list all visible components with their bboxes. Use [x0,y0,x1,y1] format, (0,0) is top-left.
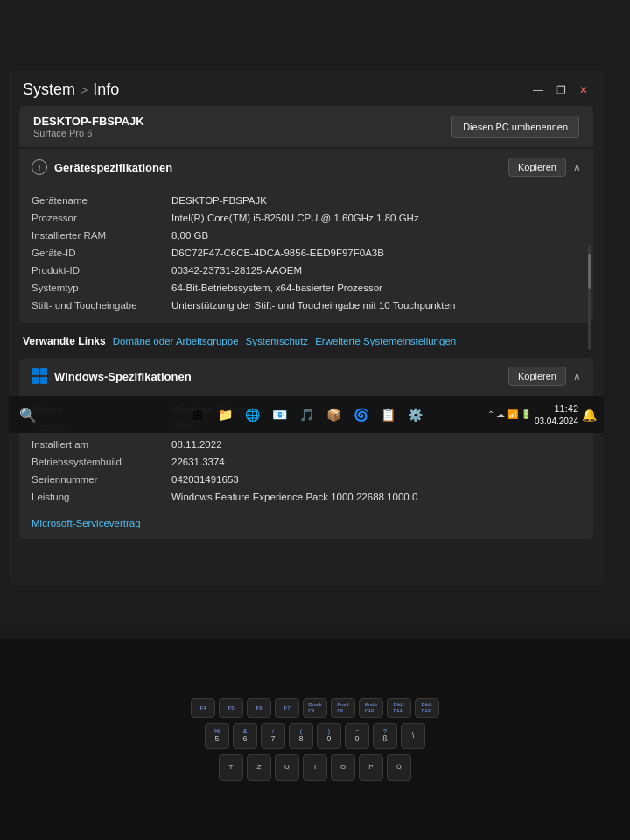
taskbar-explorer-icon[interactable]: 📁 [213,402,237,427]
key-i[interactable]: I [303,754,327,780]
windows-copy-button[interactable]: Kopieren [508,367,566,386]
geraete-section: i Gerätespezifikationen Kopieren ∧ Gerät… [19,149,593,323]
device-model: Surface Pro 6 [33,128,144,138]
geraete-spec-row: Systemtyp64-Bit-Betriebssystem, x64-basi… [32,279,581,297]
taskbar-teams-icon[interactable]: 🌀 [348,402,373,427]
geraete-spec-row: Geräte-IDD6C72F47-C6CB-4DCA-9856-EED9F97… [32,244,581,262]
key-f9[interactable]: Pos1F9 [331,698,355,718]
key-f6[interactable]: F6 [247,698,271,718]
geraete-spec-value: Intel(R) Core(TM) i5-8250U CPU @ 1.60GHz… [172,213,581,223]
windows-chevron-icon[interactable]: ∧ [573,370,581,382]
key-u[interactable]: U [275,754,299,780]
related-label: Verwandte Links [23,335,106,347]
breadcrumb-system: System [23,80,75,99]
keyboard-fn-row: F4 F5 F6 F7 DruckF8 Pos1F9 EndeF10 Bild↑… [191,698,439,718]
title-bar: System > Info — ❐ ✕ [9,70,604,106]
windows-spec-value: 042031491653 [172,474,581,485]
windows-section: Windows-Spezifikationen Kopieren ∧ Editi… [19,358,593,539]
geraete-spec-value: D6C72F47-C6CB-4DCA-9856-EED9F97F0A3B [172,248,581,258]
key-f11[interactable]: Bild↑F11 [387,698,411,718]
windows-spec-row: Betriebssystembuild22631.3374 [32,453,581,471]
minimize-button[interactable]: — [532,84,544,96]
keyboard: F4 F5 F6 F7 DruckF8 Pos1F9 EndeF10 Bild↑… [0,639,630,840]
taskbar-mail-icon[interactable]: 📧 [267,402,291,427]
taskbar-left: 🔍 [16,402,40,427]
related-link-erweitert[interactable]: Erweiterte Systemeinstellungen [315,336,456,346]
clock-date: 03.04.2024 [535,416,578,427]
key-f12[interactable]: Bild↓F12 [415,698,439,718]
windows-app: System > Info — ❐ ✕ DESKTOP-FBSPAJK Surf… [9,70,604,586]
taskbar-center: ⊞ 📁 🌐 📧 🎵 📦 🌀 📋 ⚙️ [186,402,427,427]
geraete-spec-label: Installierter RAM [32,230,172,241]
notification-icon[interactable]: 🔔 [582,408,597,422]
window-controls: — ❐ ✕ [532,84,590,96]
geraete-chevron-icon[interactable]: ∧ [573,161,581,173]
geraete-copy-button[interactable]: Kopieren [508,158,566,177]
key-backslash[interactable]: \ [401,723,425,749]
restore-button[interactable]: ❐ [555,84,567,96]
windows-spec-label: Seriennummer [32,474,172,485]
geraete-spec-row: Produkt-ID00342-23731-28125-AAOEM [32,262,581,279]
key-equals[interactable]: =0 [345,723,369,749]
windows-spec-label: Leistung [32,492,172,502]
key-f5[interactable]: F5 [219,698,243,718]
laptop-screen: System > Info — ❐ ✕ DESKTOP-FBSPAJK Surf… [0,0,630,630]
geraete-spec-label: Geräte-ID [32,248,172,258]
geraete-header-right: Kopieren ∧ [508,158,581,177]
device-name: DESKTOP-FBSPAJK [33,115,144,128]
close-button[interactable]: ✕ [578,84,590,96]
taskbar-outlook-icon[interactable]: 📋 [375,402,400,427]
taskbar-edge-icon[interactable]: 🌐 [240,402,264,427]
key-percent[interactable]: %5 [205,723,229,749]
info-icon: i [32,159,47,175]
microsoft-service-link[interactable]: Microsoft-Servicevertrag [32,518,141,528]
geraete-spec-value: DESKTOP-FBSPAJK [172,195,581,206]
breadcrumb-info: Info [93,80,119,99]
taskbar-store-icon[interactable]: 📦 [321,402,346,427]
taskbar-settings-icon[interactable]: ⚙️ [402,402,427,427]
key-close-paren[interactable]: )9 [317,723,341,749]
windows-spec-value: 08.11.2022 [172,439,581,450]
windows-spec-row: Seriennummer042031491653 [32,471,581,488]
key-t[interactable]: T [219,754,243,780]
key-open-paren[interactable]: (8 [289,723,313,749]
key-slash[interactable]: /7 [261,723,285,749]
scroll-thumb[interactable] [588,254,592,289]
geraete-spec-value: 8,00 GB [172,230,581,241]
key-f10[interactable]: EndeF10 [359,698,383,718]
windows-spec-label: Installiert am [32,439,172,450]
breadcrumb: System > Info [23,80,119,99]
geraete-spec-label: Systemtyp [32,283,172,293]
key-z[interactable]: Z [247,754,271,780]
key-o[interactable]: O [331,754,355,780]
geraete-section-header: i Gerätespezifikationen Kopieren ∧ [19,149,593,186]
key-f7[interactable]: F7 [275,698,299,718]
related-link-systemschutz[interactable]: Systemschutz [246,336,309,346]
key-ampersand[interactable]: &6 [233,723,257,749]
geraete-spec-label: Produkt-ID [32,265,172,276]
system-tray-icons: ⌃ ☁ 📶 🔋 [487,410,531,419]
geraete-spec-label: Gerätename [32,195,172,206]
rename-button[interactable]: Diesen PC umbenennen [452,116,579,138]
geraete-spec-row: Installierter RAM8,00 GB [32,227,581,244]
related-link-domain[interactable]: Domäne oder Arbeitsgruppe [113,336,239,346]
taskbar-start-button[interactable]: ⊞ [186,402,210,427]
clock[interactable]: 11:42 03.04.2024 [535,402,578,426]
device-header-card: DESKTOP-FBSPAJK Surface Pro 6 Diesen PC … [19,106,593,147]
key-p[interactable]: P [359,754,383,780]
geraete-header-left: i Gerätespezifikationen [32,159,172,175]
key-question[interactable]: ?ß [373,723,397,749]
keyboard-num-row: %5 &6 /7 (8 )9 =0 ?ß \ [205,723,425,749]
windows-spec-value: 22631.3374 [172,457,581,467]
windows-section-header: Windows-Spezifikationen Kopieren ∧ [19,358,593,396]
taskbar-spotify-icon[interactable]: 🎵 [294,402,318,427]
search-icon[interactable]: 🔍 [16,402,40,427]
breadcrumb-separator: > [80,83,88,97]
scrollbar[interactable] [588,245,592,350]
key-f4[interactable]: F4 [191,698,215,718]
key-f8[interactable]: DruckF8 [303,698,327,718]
key-ue[interactable]: Ü [387,754,411,780]
windows-spec-value: Windows Feature Experience Pack 1000.226… [172,492,581,502]
taskbar-right: ⌃ ☁ 📶 🔋 11:42 03.04.2024 🔔 [487,402,597,426]
windows-spec-label: Betriebssystembuild [32,457,172,467]
